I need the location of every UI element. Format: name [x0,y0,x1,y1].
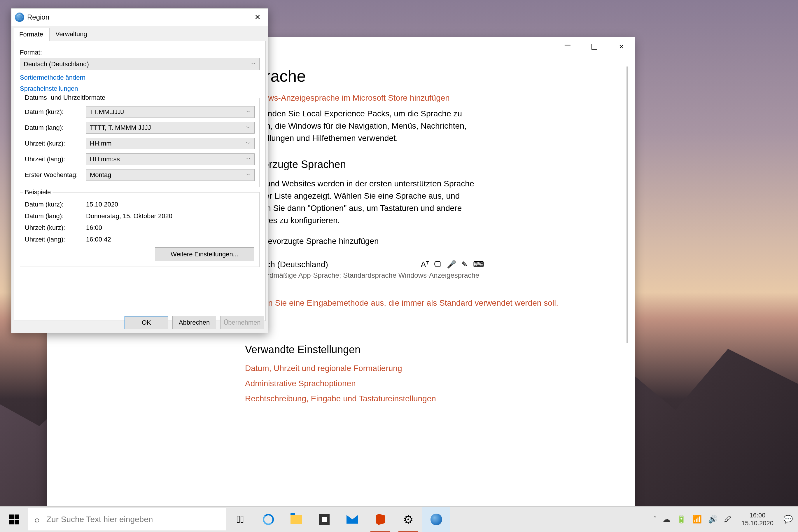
system-tray: ˆ ☁ 🔋 📶 🔊 🖊 16:00 15.10.2020 💬 [648,507,798,532]
keyboard-icon: ⌨ [473,260,484,269]
close-button[interactable]: ✕ [249,10,266,24]
tab-administration[interactable]: Verwaltung [49,28,93,41]
default-input-method-link[interactable]: Wählen Sie eine Eingabemethode aus, die … [245,298,616,309]
battery-icon[interactable]: 🔋 [677,515,686,524]
apply-button[interactable]: Übernehmen [220,316,264,329]
language-feature-icons: Aᵀ 🖵 🎤 ✎ ⌨ [421,260,484,269]
search-input[interactable] [46,514,226,525]
add-language-button[interactable]: + Bevorzugte Sprache hinzufügen [245,235,616,247]
tray-overflow-button[interactable]: ˆ [653,515,656,524]
clock-time: 16:00 [741,512,774,519]
first-weekday-combobox[interactable]: Montag﹀ [86,169,254,181]
close-icon: ✕ [619,43,624,50]
group-title: Beispiele [23,188,53,196]
speech-icon: 🎤 [447,260,456,269]
minimize-button[interactable]: ─ [554,37,581,56]
close-button[interactable]: ✕ [608,37,635,56]
search-icon: ⌕ [28,514,46,525]
region-title: Region [27,13,249,21]
tab-page-formats: Format: Deutsch (Deutschland) ﹀ Sortierm… [14,41,266,321]
long-time-combobox[interactable]: HH:mm:ss﹀ [86,153,254,165]
start-button[interactable] [0,507,28,532]
maximize-button[interactable] [581,37,608,56]
mail-icon [346,515,358,524]
short-date-label: Datum (kurz): [25,108,83,116]
admin-language-options-link[interactable]: Administrative Sprachoptionen [245,378,616,389]
settings-taskbar-button[interactable]: ⚙ [394,507,422,532]
chevron-down-icon: ﹀ [246,156,251,163]
add-display-language-link[interactable]: Windows-Anzeigesprache im Microsoft Stor… [245,93,616,103]
handwriting-icon: ✎ [461,260,468,269]
change-sort-method-link[interactable]: Sortiermethode ändern [20,74,260,81]
cancel-button[interactable]: Abbrechen [172,316,216,329]
pen-icon[interactable]: 🖊 [724,515,732,524]
chevron-down-icon: ﹀ [246,109,251,115]
short-time-combobox[interactable]: HH:mm﹀ [86,138,254,149]
short-time-label: Uhrzeit (kurz): [25,140,83,147]
task-view-icon: ⊞⃞ [237,514,244,525]
display-language-icon: Aᵀ [421,260,429,269]
group-title: Datums- und Uhrzeitformate [23,94,107,101]
microsoft-store-button[interactable] [310,507,338,532]
network-icon[interactable]: 📶 [692,515,702,524]
language-settings-link[interactable]: Spracheinstellungen [20,85,260,93]
short-time-value: HH:mm [90,140,112,147]
add-language-label: Bevorzugte Sprache hinzufügen [263,236,379,246]
close-icon: ✕ [254,13,261,21]
chevron-down-icon: ﹀ [246,172,251,178]
edge-button[interactable] [254,507,282,532]
onedrive-icon[interactable]: ☁ [663,515,670,524]
language-subtitle: Standardmäßige App-Sprache; Standardspra… [245,270,484,280]
examples-group: Beispiele Datum (kurz): 15.10.2020 Datum… [20,192,260,267]
mail-button[interactable] [338,507,366,532]
language-item[interactable]: Aᵀ 🖵 🎤 ✎ ⌨ Deutsch (Deutschland) Standar… [245,259,484,286]
page-title: Sprache [245,66,616,86]
scrollbar[interactable] [627,66,628,343]
long-date-combobox[interactable]: TTTT, T. MMMM JJJJ﹀ [86,122,254,134]
globe-icon [431,514,442,525]
ex-short-date-value: 15.10.2020 [86,201,254,208]
long-time-label: Uhrzeit (lang): [25,155,83,163]
ex-long-time-label: Uhrzeit (lang): [25,236,83,243]
region-globe-icon [15,13,24,22]
ex-long-date-value: Donnerstag, 15. Oktober 2020 [86,212,254,220]
short-date-combobox[interactable]: TT.MM.JJJJ﹀ [86,106,254,118]
datetime-formats-group: Datums- und Uhrzeitformate Datum (kurz):… [20,98,260,187]
taskbar-search[interactable]: ⌕ [28,508,226,531]
preferred-languages-heading: Bevorzugte Sprachen [245,158,616,171]
clock-date: 15.10.2020 [741,519,774,527]
format-label: Format: [20,49,260,56]
short-date-value: TT.MM.JJJJ [90,108,124,116]
windows-logo-icon [9,514,19,525]
ex-short-date-label: Datum (kurz): [25,201,83,208]
task-view-button[interactable]: ⊞⃞ [226,507,254,532]
gear-icon: ⚙ [403,513,414,526]
ex-short-time-value: 16:00 [86,224,254,232]
folder-icon [290,515,302,524]
first-weekday-label: Erster Wochentag: [25,171,83,179]
related-settings-heading: Verwandte Einstellungen [245,344,616,356]
settings-content: Sprache Windows-Anzeigesprache im Micros… [245,66,628,527]
region-titlebar[interactable]: Region ✕ [12,8,268,26]
office-button[interactable] [366,507,394,532]
preferred-languages-description: Apps und Websites werden in der ersten u… [245,178,484,227]
ok-button[interactable]: OK [125,316,168,329]
format-combobox[interactable]: Deutsch (Deutschland) ﹀ [20,58,260,70]
action-center-button[interactable]: 💬 [783,515,793,524]
format-value: Deutsch (Deutschland) [24,60,89,68]
taskbar: ⌕ ⊞⃞ ⚙ ˆ ☁ 🔋 📶 🔊 🖊 16:00 15.10.2020 💬 [0,506,798,532]
chevron-down-icon: ﹀ [246,125,251,131]
file-explorer-button[interactable] [282,507,310,532]
spelling-typing-link[interactable]: Rechtschreibung, Eingabe und Tastaturein… [245,393,616,404]
date-time-region-link[interactable]: Datum, Uhrzeit und regionale Formatierun… [245,363,616,374]
tab-formats[interactable]: Formate [13,28,49,41]
volume-icon[interactable]: 🔊 [708,515,718,524]
minimize-icon: ─ [565,40,570,50]
text-to-speech-icon: 🖵 [434,260,442,269]
settings-titlebar: ─ ✕ [554,37,635,56]
chevron-down-icon: ﹀ [246,140,251,147]
region-taskbar-button[interactable] [422,507,450,532]
taskbar-clock[interactable]: 16:00 15.10.2020 [738,512,777,527]
additional-settings-button[interactable]: Weitere Einstellungen... [155,247,254,261]
store-icon [319,514,329,525]
